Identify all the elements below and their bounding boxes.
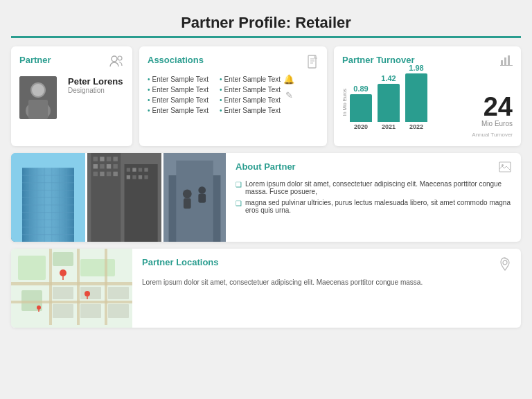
bar-value-2020: 0.89 xyxy=(353,85,368,93)
map-placeholder xyxy=(11,249,132,328)
turnover-y-label: In Mio Euros xyxy=(342,89,347,116)
svg-rect-40 xyxy=(113,164,117,168)
row3: Partner Locations Lorem ipsum dolor sit … xyxy=(11,249,521,328)
assoc-item: Enter Sample Text xyxy=(220,96,281,104)
row1: Partner Pete xyxy=(11,46,521,146)
svg-rect-75 xyxy=(53,304,73,318)
image-icon xyxy=(499,161,511,175)
partner-card-title: Partner xyxy=(19,55,51,65)
svg-rect-67 xyxy=(11,282,132,285)
doc-icon xyxy=(308,55,319,71)
turnover-card: Partner Turnover In Mio Euros 0.89 2020 xyxy=(334,46,521,146)
locations-text: Lorem ipsum dolor sit amet, consectetuer… xyxy=(142,277,511,287)
svg-rect-72 xyxy=(53,287,73,299)
locations-content: Partner Locations Lorem ipsum dolor sit … xyxy=(132,249,521,328)
building-image-3 xyxy=(163,153,226,242)
svg-rect-63 xyxy=(18,256,46,280)
svg-point-84 xyxy=(503,260,507,265)
assoc-item: Enter Sample Text xyxy=(148,96,209,104)
page-title: Partner Profile: Retailer xyxy=(11,14,521,32)
svg-rect-41 xyxy=(94,172,98,176)
associations-card: Associations Enter Sample Text Enter Sam… xyxy=(139,46,327,146)
partner-card: Partner Pete xyxy=(11,46,132,146)
svg-point-0 xyxy=(112,56,117,62)
associations-title: Associations xyxy=(148,55,204,65)
turnover-big-number: 24 Mio Euros xyxy=(481,94,513,130)
assoc-item: Enter Sample Text xyxy=(220,76,281,83)
svg-rect-48 xyxy=(144,168,148,171)
locations-card: Partner Locations Lorem ipsum dolor sit … xyxy=(11,249,521,328)
svg-rect-76 xyxy=(80,304,101,318)
svg-rect-10 xyxy=(508,55,510,65)
svg-rect-46 xyxy=(132,168,136,171)
row2: About Partner Lorem ipsum dolor sit amet… xyxy=(11,153,521,242)
assoc-item: Enter Sample Text xyxy=(220,107,281,114)
bar-value-2022: 1.98 xyxy=(409,64,423,72)
locations-title: Partner Locations xyxy=(142,257,511,273)
svg-rect-74 xyxy=(108,287,129,299)
svg-rect-33 xyxy=(94,157,98,161)
bar-2021: 1.42 2021 xyxy=(378,74,400,130)
assoc-item: Enter Sample Text xyxy=(220,86,281,94)
partner-icon xyxy=(109,55,124,71)
assoc-side-icons: 🔔 ✎ xyxy=(283,73,294,114)
assoc-item: Enter Sample Text xyxy=(148,76,209,83)
bell-icon: 🔔 xyxy=(283,74,294,85)
svg-rect-59 xyxy=(198,194,206,203)
assoc-item: Enter Sample Text xyxy=(148,107,209,114)
about-item-1: Lorem ipsum dolor sit amet, consectetuer… xyxy=(236,180,511,195)
svg-rect-42 xyxy=(100,172,104,176)
partner-avatar xyxy=(19,76,57,119)
assoc-header: Associations xyxy=(148,55,319,71)
bar-value-2021: 1.42 xyxy=(381,74,396,82)
svg-rect-35 xyxy=(107,157,111,161)
svg-rect-71 xyxy=(105,249,107,325)
edit-icon: ✎ xyxy=(285,90,293,100)
svg-point-58 xyxy=(198,186,206,194)
big-unit: Mio Euros xyxy=(481,120,513,127)
turnover-chart-area: In Mio Euros 0.89 2020 1.42 2021 1.98 20… xyxy=(342,75,513,130)
svg-rect-64 xyxy=(53,252,73,266)
building-image-1 xyxy=(11,153,85,242)
about-item-2: magna sed pulvinar ultricies, purus lect… xyxy=(236,199,511,214)
svg-point-80 xyxy=(85,291,90,296)
partner-designation: Designation xyxy=(68,87,123,94)
svg-rect-34 xyxy=(100,157,104,161)
svg-rect-6 xyxy=(28,100,48,119)
svg-rect-36 xyxy=(113,157,117,161)
bar-rect-2021 xyxy=(378,84,400,122)
partner-card-header: Partner xyxy=(19,55,124,71)
assoc-columns: Enter Sample Text Enter Sample Text Ente… xyxy=(148,76,281,114)
svg-rect-43 xyxy=(107,172,111,176)
chart-icon xyxy=(500,55,513,71)
svg-rect-77 xyxy=(108,304,129,318)
svg-point-1 xyxy=(118,56,122,60)
bar-2020: 0.89 2020 xyxy=(350,85,372,130)
svg-rect-50 xyxy=(132,175,136,179)
svg-point-78 xyxy=(60,269,66,276)
turnover-bars: 0.89 2020 1.42 2021 1.98 2022 xyxy=(350,64,476,130)
big-num: 24 xyxy=(484,94,513,120)
svg-point-82 xyxy=(37,305,41,310)
annual-turnover-label: Annual Turnover xyxy=(342,132,513,138)
svg-rect-9 xyxy=(504,57,506,65)
svg-rect-49 xyxy=(127,175,130,179)
svg-rect-52 xyxy=(144,175,148,179)
assoc-col2: Enter Sample Text Enter Sample Text Ente… xyxy=(220,76,281,114)
bar-rect-2020 xyxy=(350,94,372,122)
svg-rect-65 xyxy=(80,259,115,276)
bar-year-2021: 2021 xyxy=(382,123,396,130)
assoc-item: Enter Sample Text xyxy=(148,86,209,94)
svg-point-61 xyxy=(502,164,504,166)
bar-year-2022: 2022 xyxy=(409,123,423,130)
page-title-section: Partner Profile: Retailer xyxy=(11,7,521,38)
svg-rect-51 xyxy=(139,175,142,179)
location-icon xyxy=(499,257,511,273)
bar-year-2020: 2020 xyxy=(354,123,368,130)
svg-rect-39 xyxy=(107,164,111,168)
about-list: Lorem ipsum dolor sit amet, consectetuer… xyxy=(236,180,511,214)
bar-rect-2022 xyxy=(405,73,427,122)
partner-name: Peter Lorens xyxy=(68,76,123,87)
svg-rect-38 xyxy=(100,164,104,168)
svg-rect-73 xyxy=(80,287,101,299)
